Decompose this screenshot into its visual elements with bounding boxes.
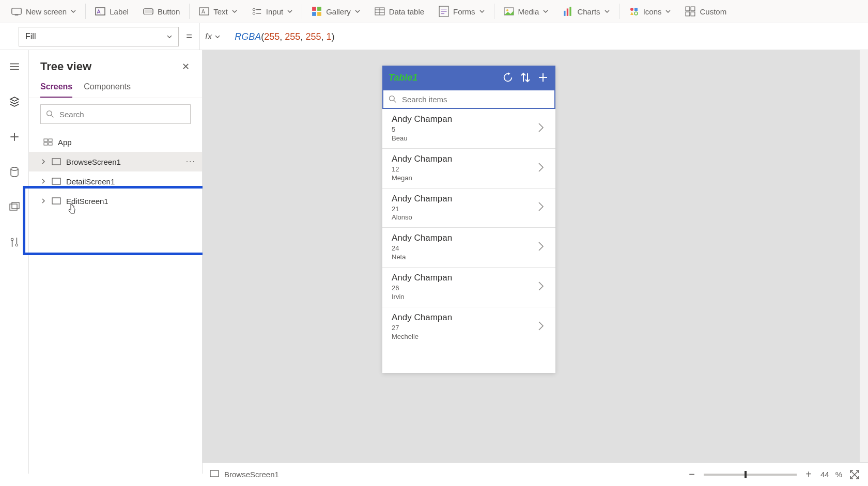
- property-selector[interactable]: Fill: [19, 27, 179, 46]
- new-screen-label: New screen: [26, 7, 67, 16]
- add-icon[interactable]: [537, 71, 549, 84]
- svg-rect-41: [10, 204, 17, 210]
- table-icon: [375, 7, 385, 15]
- app-search-input[interactable]: [402, 95, 549, 104]
- fit-to-screen-button[interactable]: [848, 468, 861, 481]
- svg-rect-31: [686, 7, 690, 11]
- button-icon: [143, 7, 153, 15]
- hamburger-button[interactable]: [5, 57, 24, 76]
- svg-rect-12: [317, 7, 321, 11]
- svg-rect-13: [312, 12, 316, 16]
- zoom-slider[interactable]: [704, 474, 797, 476]
- app-preview: Table1 Andy Champan 5 Beau Andy Champan: [382, 66, 555, 373]
- zoom-percent: %: [835, 470, 842, 479]
- app-search-box[interactable]: [382, 89, 555, 109]
- label-icon: [95, 7, 105, 15]
- fx-button[interactable]: fx: [199, 23, 225, 50]
- media-button[interactable]: Media: [497, 0, 556, 23]
- svg-rect-33: [686, 12, 690, 16]
- svg-rect-4: [145, 9, 152, 13]
- input-label: Input: [266, 7, 283, 16]
- gallery-item-sub2: Irvin: [392, 293, 538, 302]
- chevron-down-icon: [355, 10, 360, 13]
- tab-screens[interactable]: Screens: [40, 79, 72, 98]
- screen-icon: [11, 7, 22, 15]
- chevron-right-icon[interactable]: [538, 162, 548, 175]
- tree-node-detailscreen1[interactable]: DetailScreen1: [29, 171, 202, 191]
- label-button[interactable]: Label: [88, 0, 136, 23]
- sort-icon[interactable]: [519, 71, 532, 84]
- insert-button[interactable]: [5, 128, 24, 146]
- tree-node-label: EditScreen1: [66, 197, 109, 206]
- gallery-item[interactable]: Andy Champan 27 Mechelle: [382, 307, 555, 347]
- svg-point-7: [253, 8, 255, 11]
- data-button[interactable]: [5, 163, 24, 181]
- tab-components[interactable]: Components: [84, 79, 131, 98]
- divider: [189, 4, 190, 19]
- svg-rect-14: [317, 12, 321, 16]
- app-title: Table1: [389, 72, 497, 83]
- svg-rect-42: [12, 202, 19, 209]
- chevron-right-icon[interactable]: [538, 281, 548, 293]
- tree-node-editscreen1[interactable]: EditScreen1: [29, 191, 202, 211]
- formula-input[interactable]: RGBA(255, 255, 255, 1): [225, 31, 334, 42]
- input-button[interactable]: Input: [244, 0, 300, 23]
- divider: [302, 4, 302, 19]
- gallery-item[interactable]: Andy Champan 12 Megan: [382, 149, 555, 189]
- tree-node-browsescreen1[interactable]: BrowseScreen1 ···: [29, 152, 202, 171]
- data-table-button[interactable]: Data table: [367, 0, 431, 23]
- button-button[interactable]: Button: [136, 0, 187, 23]
- chevron-right-icon[interactable]: [538, 201, 548, 214]
- gallery-item-sub1: 24: [392, 244, 538, 253]
- design-canvas[interactable]: Table1 Andy Champan 5 Beau Andy Champan: [203, 50, 868, 462]
- zoom-out-button[interactable]: −: [686, 469, 698, 480]
- gallery-item-title: Andy Champan: [392, 312, 538, 323]
- media-label: Media: [518, 7, 539, 16]
- tree-view-button[interactable]: [5, 92, 24, 111]
- gallery-item-sub1: 12: [392, 165, 538, 174]
- gallery-item[interactable]: Andy Champan 21 Alonso: [382, 189, 555, 228]
- new-screen-button[interactable]: New screen: [4, 0, 83, 23]
- chevron-right-icon[interactable]: [538, 321, 548, 333]
- gallery-item[interactable]: Andy Champan 24 Neta: [382, 228, 555, 268]
- chevron-right-icon[interactable]: [538, 241, 548, 254]
- tree-search-input[interactable]: [59, 110, 185, 119]
- tree-view-panel: Tree view ✕ Screens Components App Brows…: [29, 50, 203, 474]
- canvas-vertical-scrollbar[interactable]: [860, 50, 868, 462]
- text-icon: A: [199, 7, 209, 15]
- svg-line-61: [394, 100, 396, 102]
- custom-button[interactable]: Custom: [678, 0, 734, 23]
- text-button[interactable]: A Text: [192, 0, 244, 23]
- svg-rect-25: [564, 11, 566, 16]
- gallery-item-sub2: Mechelle: [392, 333, 538, 341]
- icons-button[interactable]: Icons: [622, 0, 678, 23]
- more-button[interactable]: ···: [186, 157, 196, 166]
- divider: [494, 4, 494, 19]
- tree-search[interactable]: [40, 104, 191, 124]
- gallery-item[interactable]: Andy Champan 26 Irvin: [382, 268, 555, 307]
- expand-icon[interactable]: [40, 198, 47, 203]
- gallery-item[interactable]: Andy Champan 5 Beau: [382, 109, 555, 149]
- media-panel-button[interactable]: [5, 198, 24, 216]
- advanced-tools-button[interactable]: [5, 233, 24, 252]
- refresh-icon[interactable]: [502, 71, 514, 84]
- svg-point-47: [47, 111, 52, 116]
- charts-button[interactable]: Charts: [555, 0, 616, 23]
- forms-button[interactable]: Forms: [431, 0, 492, 23]
- gallery-item-sub1: 27: [392, 324, 538, 333]
- chevron-right-icon[interactable]: [538, 122, 548, 135]
- gallery-button[interactable]: Gallery: [304, 0, 367, 23]
- equals-sign: =: [179, 30, 199, 42]
- gallery-label: Gallery: [326, 7, 351, 16]
- expand-icon[interactable]: [40, 179, 47, 184]
- close-panel-button[interactable]: ✕: [178, 59, 193, 74]
- tree-node-app[interactable]: App: [29, 132, 202, 152]
- svg-rect-0: [12, 8, 21, 14]
- svg-rect-50: [49, 139, 52, 142]
- tree-node-label: BrowseScreen1: [66, 158, 121, 166]
- input-icon: [252, 7, 262, 15]
- svg-rect-32: [691, 7, 695, 11]
- expand-icon[interactable]: [40, 159, 47, 164]
- svg-rect-29: [634, 8, 638, 11]
- zoom-in-button[interactable]: +: [803, 469, 814, 480]
